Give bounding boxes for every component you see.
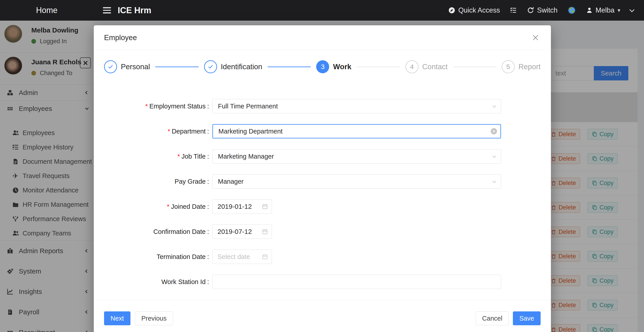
step-number: 4 <box>410 63 414 71</box>
calendar-icon <box>262 229 268 235</box>
step-number-circle: 4 <box>406 60 418 73</box>
field-label: Termination Date <box>157 253 206 260</box>
close-icon <box>532 34 539 42</box>
steps-wizard: Personal Identification 3 Work 4 Contact <box>94 50 551 79</box>
colon: : <box>207 128 209 135</box>
job-title-select[interactable]: Marketing Manager <box>212 149 501 163</box>
date-value: 2019-07-12 <box>218 228 252 235</box>
home-nav[interactable]: Home <box>0 6 94 15</box>
quick-access-button[interactable]: Quick Access <box>448 6 500 14</box>
switch-icon <box>527 7 534 14</box>
field-label: Employment Status <box>149 103 206 110</box>
step-connector <box>155 67 198 67</box>
field-label: Confirmation Date <box>153 228 206 235</box>
step-number: 5 <box>506 63 510 71</box>
colon: : <box>207 103 209 110</box>
modal-footer: Next Previous Cancel Save <box>94 300 551 325</box>
field-label: Department <box>172 128 206 135</box>
step-number-circle: 3 <box>316 60 329 73</box>
field-label: Pay Grade <box>174 178 206 185</box>
field-label: Joined Date <box>171 203 206 210</box>
modal-header: Employee <box>94 25 551 50</box>
switch-button[interactable]: Switch <box>527 6 558 14</box>
confirmation-date-input[interactable]: 2019-07-12 <box>212 225 272 239</box>
select-value: Marketing Department <box>218 128 282 135</box>
step-number-circle: 5 <box>502 60 515 73</box>
colon: : <box>207 228 209 235</box>
previous-button[interactable]: Previous <box>135 311 173 325</box>
employment-status-select[interactable]: Full Time Permanent <box>212 99 501 113</box>
calendar-icon <box>262 203 268 210</box>
navbar-right: Quick Access Switch <box>448 6 644 15</box>
close-modal-button[interactable] <box>530 33 540 43</box>
form-row-confirmation-date: *Confirmation Date: 2019-07-12 <box>104 225 540 239</box>
form-row-department: *Department: Marketing Department <box>104 124 540 138</box>
language-globe-button[interactable] <box>568 6 576 15</box>
department-select[interactable]: Marketing Department <box>212 124 501 138</box>
colon: : <box>207 203 209 210</box>
field-label: Job Title <box>182 153 206 160</box>
select-value: Full Time Permanent <box>218 103 278 110</box>
page: Home ICE Hrm Quick Access <box>0 0 644 332</box>
user-name-label: Melba <box>596 6 614 14</box>
step-identification[interactable]: Identification <box>204 60 262 73</box>
step-connector <box>357 67 400 67</box>
caret-down-icon: ▾ <box>618 7 620 14</box>
required-marker: * <box>168 128 170 135</box>
compass-icon <box>448 7 456 14</box>
user-icon <box>586 7 593 14</box>
globe-icon <box>568 6 576 15</box>
date-placeholder: Select date <box>218 253 250 261</box>
field-label: Work Station Id <box>161 278 206 285</box>
work-form: *Employment Status: Full Time Permanent … <box>94 99 551 289</box>
task-list-icon <box>510 7 517 14</box>
select-value: Manager <box>218 178 244 185</box>
colon: : <box>207 278 209 285</box>
employee-modal: Employee Personal Identification 3 <box>94 25 551 332</box>
check-icon <box>107 63 114 70</box>
required-marker: * <box>145 103 148 110</box>
step-contact[interactable]: 4 Contact <box>406 60 448 73</box>
save-button[interactable]: Save <box>513 311 540 325</box>
quick-access-label: Quick Access <box>458 6 500 14</box>
required-marker: * <box>167 203 170 210</box>
form-row-employment-status: *Employment Status: Full Time Permanent <box>104 99 540 113</box>
app-title: ICE Hrm <box>118 6 151 15</box>
colon: : <box>207 253 209 260</box>
step-label: Personal <box>121 63 150 71</box>
select-value: Marketing Manager <box>218 153 274 160</box>
joined-date-input[interactable]: 2019-01-12 <box>212 199 272 214</box>
step-number: 3 <box>321 63 325 71</box>
user-menu[interactable]: Melba ▾ <box>586 6 620 14</box>
calendar-icon <box>262 254 268 260</box>
clear-icon[interactable] <box>491 128 497 134</box>
step-report[interactable]: 5 Report <box>502 60 540 73</box>
top-navbar: Home ICE Hrm Quick Access <box>0 0 644 21</box>
next-button[interactable]: Next <box>104 311 130 325</box>
step-label: Report <box>518 63 540 71</box>
form-row-job-title: *Job Title: Marketing Manager <box>104 149 540 163</box>
chevron-down-icon <box>630 7 634 12</box>
cancel-button[interactable]: Cancel <box>476 311 509 325</box>
step-label: Work <box>333 63 351 71</box>
modal-title: Employee <box>104 33 137 42</box>
form-row-joined-date: *Joined Date: 2019-01-12 <box>104 199 540 214</box>
step-check-circle <box>104 60 117 73</box>
date-value: 2019-01-12 <box>218 203 252 210</box>
step-label: Identification <box>221 63 262 71</box>
switch-label: Switch <box>537 6 558 14</box>
hamburger-menu-icon[interactable] <box>103 7 111 14</box>
tasks-button[interactable] <box>510 7 517 14</box>
pay-grade-select[interactable]: Manager <box>212 174 501 189</box>
step-connector <box>453 67 496 67</box>
step-personal[interactable]: Personal <box>104 60 150 73</box>
collapse-navbar-button[interactable] <box>630 9 634 12</box>
work-station-id-input[interactable] <box>212 275 501 289</box>
step-work[interactable]: 3 Work <box>316 60 351 73</box>
step-label: Contact <box>422 63 448 71</box>
navbar-left: Home ICE Hrm <box>0 6 151 15</box>
colon: : <box>207 153 209 160</box>
step-check-circle <box>204 60 217 73</box>
termination-date-input[interactable]: Select date <box>212 250 272 264</box>
colon: : <box>207 178 209 185</box>
